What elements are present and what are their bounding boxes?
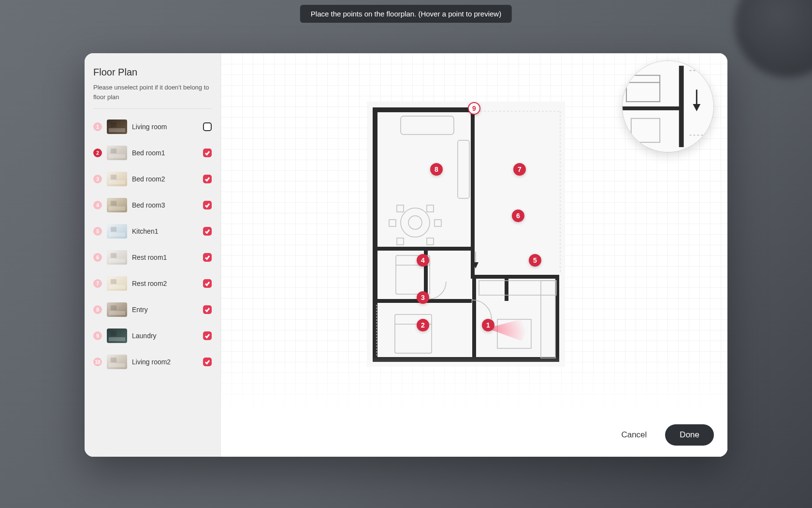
room-item[interactable]: 2Bed room1: [93, 140, 212, 166]
svg-rect-29: [111, 358, 116, 362]
room-thumbnail: [107, 198, 127, 212]
room-item[interactable]: 3Bed room2: [93, 166, 212, 192]
room-number-badge: 8: [93, 305, 102, 314]
sidebar: Floor Plan Please unselect point if it d…: [85, 53, 221, 457]
room-thumbnail: [107, 276, 127, 291]
svg-rect-26: [111, 331, 116, 336]
room-number-badge: 10: [93, 358, 102, 366]
svg-rect-7: [109, 180, 125, 184]
room-checkbox[interactable]: [203, 279, 212, 288]
room-thumbnail: [107, 146, 127, 160]
svg-rect-13: [109, 233, 125, 237]
room-thumbnail: [107, 329, 127, 343]
svg-rect-65: [623, 106, 680, 110]
room-item[interactable]: 6Rest room1: [93, 244, 212, 270]
cancel-button[interactable]: Cancel: [614, 425, 653, 445]
sidebar-subtitle: Please unselect point if it doen't belon…: [93, 83, 212, 109]
room-thumbnail: [107, 224, 127, 239]
svg-rect-4: [109, 154, 125, 158]
svg-rect-11: [111, 201, 116, 206]
room-item[interactable]: 1Living room: [93, 114, 212, 140]
svg-rect-5: [111, 149, 116, 153]
room-checkbox[interactable]: [203, 175, 212, 183]
svg-rect-40: [472, 275, 476, 361]
room-checkbox[interactable]: [203, 253, 212, 262]
room-number-badge: 6: [93, 253, 102, 262]
floorplan-canvas[interactable]: 123456789 C: [221, 53, 727, 457]
corner-blob: [735, 0, 812, 77]
svg-rect-33: [373, 357, 559, 362]
floorplan-point[interactable]: 2: [417, 319, 429, 331]
room-item[interactable]: 8Entry: [93, 297, 212, 323]
room-thumbnail: [107, 120, 127, 134]
instruction-text: Place the points on the floorplan. (Hove…: [311, 10, 501, 18]
room-item[interactable]: 4Bed room3: [93, 192, 212, 218]
room-thumbnail: [107, 302, 127, 317]
room-checkbox[interactable]: [203, 358, 212, 366]
svg-rect-36: [471, 275, 559, 279]
done-button[interactable]: Done: [665, 424, 714, 446]
room-number-badge: 9: [93, 331, 102, 340]
room-checkbox[interactable]: [203, 122, 212, 131]
room-label: Rest room2: [132, 280, 198, 287]
room-label: Bed room2: [132, 175, 198, 183]
svg-rect-30: [367, 102, 565, 367]
floorplan-point[interactable]: 1: [482, 319, 494, 331]
floorplan-point[interactable]: 3: [417, 291, 429, 304]
room-label: Living room2: [132, 358, 198, 366]
room-thumbnail: [107, 250, 127, 265]
svg-rect-8: [111, 175, 116, 179]
room-checkbox[interactable]: [203, 331, 212, 340]
svg-rect-20: [111, 279, 116, 284]
svg-rect-10: [109, 207, 125, 210]
room-label: Living room: [132, 123, 198, 131]
floorplan-image: [367, 102, 565, 367]
room-list: 1Living room2Bed room13Bed room24Bed roo…: [93, 114, 212, 375]
floorplan-modal: Floor Plan Please unselect point if it d…: [85, 53, 727, 457]
floorplan-point[interactable]: 5: [529, 254, 541, 267]
svg-rect-19: [109, 285, 125, 289]
room-number-badge: 4: [93, 201, 102, 209]
floorplan-point[interactable]: 6: [512, 209, 524, 222]
room-label: Laundry: [132, 332, 198, 340]
svg-rect-35: [471, 107, 475, 277]
room-thumbnail: [107, 172, 127, 186]
instruction-pill: Place the points on the floorplan. (Hove…: [300, 5, 512, 23]
svg-rect-31: [373, 107, 471, 112]
svg-rect-23: [111, 305, 116, 310]
svg-rect-14: [111, 227, 116, 232]
floorplan-point[interactable]: 9: [468, 102, 480, 115]
svg-rect-2: [111, 122, 116, 127]
magnifier-preview: [622, 60, 714, 152]
floorplan-point[interactable]: 8: [430, 163, 443, 176]
room-checkbox[interactable]: [203, 305, 212, 314]
svg-rect-17: [111, 253, 116, 258]
room-item[interactable]: 7Rest room2: [93, 270, 212, 297]
room-item[interactable]: 5Kitchen1: [93, 218, 212, 244]
room-label: Kitchen1: [132, 227, 198, 235]
sidebar-title: Floor Plan: [93, 67, 212, 78]
room-thumbnail: [107, 355, 127, 369]
room-label: Bed room1: [132, 149, 198, 157]
svg-rect-37: [373, 247, 472, 251]
svg-rect-16: [109, 259, 125, 263]
floorplan-point[interactable]: 7: [513, 163, 526, 176]
svg-rect-25: [109, 337, 125, 341]
room-number-badge: 1: [93, 122, 102, 131]
svg-rect-1: [109, 128, 125, 132]
svg-rect-34: [555, 275, 559, 362]
room-item[interactable]: 9Laundry: [93, 323, 212, 349]
svg-rect-28: [109, 363, 125, 367]
room-item[interactable]: 10Living room2: [93, 349, 212, 375]
room-label: Bed room3: [132, 201, 198, 209]
svg-rect-22: [109, 311, 125, 315]
floorplan-point[interactable]: 4: [417, 254, 429, 267]
room-checkbox[interactable]: [203, 149, 212, 157]
room-checkbox[interactable]: [203, 201, 212, 209]
room-checkbox[interactable]: [203, 227, 212, 236]
room-label: Rest room1: [132, 254, 198, 261]
room-number-badge: 5: [93, 227, 102, 236]
modal-footer: Cancel Done: [357, 413, 727, 457]
room-number-badge: 7: [93, 279, 102, 288]
room-number-badge: 3: [93, 175, 102, 183]
